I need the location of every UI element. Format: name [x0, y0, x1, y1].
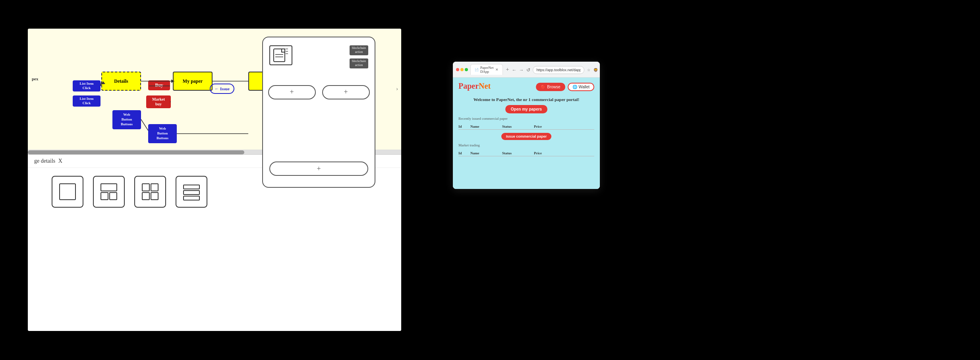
extension-icon-1[interactable]: V — [599, 67, 600, 73]
address-input[interactable] — [533, 66, 584, 74]
browse-icon: 🔴 — [541, 85, 545, 89]
layout-icon-4 — [182, 182, 201, 202]
close-traffic-light[interactable] — [456, 68, 459, 71]
papernet-header: PaperNet 🔴 Browse 🌐 Wallet — [458, 82, 594, 92]
pex-label: pex — [32, 76, 39, 81]
traffic-lights — [456, 68, 468, 71]
svg-rect-13 — [110, 193, 117, 200]
papernet-nav: 🔴 Browse 🌐 Wallet — [536, 83, 594, 91]
svg-rect-12 — [101, 193, 108, 200]
market-trading-label: Market trading — [458, 143, 594, 147]
browser-tab[interactable]: 📄 PaperNet DApp ✕ — [470, 64, 503, 75]
wireframe-add-row: + + — [268, 85, 370, 99]
blockchain-badge-1: blockchain action — [350, 45, 368, 55]
layout-icon-1 — [58, 182, 77, 202]
close-button[interactable]: X — [58, 158, 62, 164]
icon-box-4[interactable] — [176, 176, 207, 208]
svg-rect-11 — [101, 184, 117, 191]
tab-close-button[interactable]: ✕ — [495, 68, 499, 72]
welcome-text: Welcome to PaperNet, the nr 1 commercial… — [458, 97, 594, 102]
tab-label: PaperNet DApp — [480, 66, 494, 74]
open-papers-button[interactable]: Open my papers — [505, 105, 547, 113]
wireframe-top-row: blockchain action blockchain action — [269, 45, 368, 68]
minimize-traffic-light[interactable] — [460, 68, 464, 71]
issue-outline-button[interactable]: ← Issue — [210, 84, 234, 94]
table-header-1: Id Name Status Price — [458, 124, 594, 130]
reload-button[interactable]: ↺ — [526, 67, 531, 73]
icon-box-3[interactable] — [134, 176, 166, 208]
papernet-logo: PaperNet — [458, 82, 491, 91]
svg-rect-19 — [184, 191, 199, 195]
web-button-1[interactable]: WebButtonButtons — [112, 110, 141, 129]
list-item-click-1[interactable]: List ItemClick — [73, 80, 101, 91]
svg-rect-14 — [142, 184, 149, 191]
maximize-traffic-light[interactable] — [465, 68, 468, 71]
table-header-2: Id Name Status Price — [458, 150, 594, 156]
scrollbar-thumb[interactable] — [28, 150, 244, 154]
details-node: Details — [101, 72, 141, 91]
svg-rect-15 — [151, 184, 158, 191]
layout-icon-3 — [140, 182, 160, 202]
my-paper-node: My paper — [173, 72, 213, 91]
wireframe-bottom: + — [269, 104, 368, 179]
doc-svg — [273, 48, 289, 62]
wallet-button[interactable]: 🌐 Wallet — [568, 83, 594, 91]
svg-rect-16 — [142, 193, 149, 200]
add-button-1[interactable]: + — [268, 85, 316, 99]
web-button-2[interactable]: WebButtonButtons — [148, 124, 177, 143]
list-item-click-2[interactable]: List ItemClick — [73, 95, 101, 107]
issue-commercial-paper-button[interactable]: Issue commercial paper — [501, 133, 552, 140]
svg-rect-10 — [60, 184, 75, 200]
browser-window: 📄 PaperNet DApp ✕ + ← → ↺ ☆ 🦁 V ⚙ ⋮ Pape… — [453, 62, 600, 189]
svg-rect-21 — [274, 49, 285, 62]
new-tab-button[interactable]: + — [506, 66, 509, 73]
svg-rect-18 — [184, 185, 199, 189]
browse-button[interactable]: 🔴 Browse — [536, 83, 565, 91]
buy-button[interactable]: Buy — [148, 80, 170, 90]
icon-box-2[interactable] — [93, 176, 125, 208]
layout-icon-2 — [99, 182, 119, 202]
blockchain-badge-2: blockchain action — [350, 58, 368, 68]
browser-icons: ☆ 🦁 V ⚙ ⋮ — [586, 67, 600, 73]
svg-line-7 — [141, 119, 148, 130]
add-button-bottom[interactable]: + — [269, 162, 368, 176]
scroll-right-indicator[interactable]: › — [396, 86, 398, 92]
svg-rect-17 — [151, 193, 158, 200]
recently-issued-label: Recently issued commercial paper — [458, 117, 594, 121]
forward-button[interactable]: → — [518, 67, 524, 73]
address-bar-row: ← → ↺ ☆ 🦁 V ⚙ ⋮ — [511, 66, 600, 74]
browser-chrome: 📄 PaperNet DApp ✕ + ← → ↺ ☆ 🦁 V ⚙ ⋮ — [453, 62, 600, 78]
document-icon — [269, 45, 292, 65]
bookmark-icon[interactable]: ☆ — [586, 67, 591, 73]
blockchain-badges: blockchain action blockchain action — [350, 45, 368, 68]
icon-box-1[interactable] — [52, 176, 83, 208]
add-button-2[interactable]: + — [322, 85, 370, 99]
market-buy-button[interactable]: Marketbuy — [146, 95, 171, 108]
back-button[interactable]: ← — [511, 67, 517, 73]
svg-rect-20 — [184, 196, 199, 200]
brave-icon[interactable]: 🦁 — [593, 67, 598, 73]
wireframe-panel: blockchain action blockchain action + + … — [262, 37, 375, 188]
tab-favicon: 📄 — [475, 68, 479, 72]
papernet-content: PaperNet 🔴 Browse 🌐 Wallet Welcome to Pa… — [453, 78, 600, 189]
wallet-icon: 🌐 — [572, 85, 577, 89]
